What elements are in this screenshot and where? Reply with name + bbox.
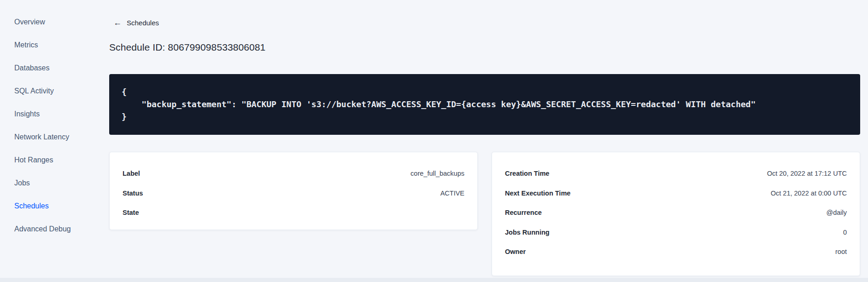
sidebar-item-label: Overview [14, 18, 45, 26]
sidebar-item-label: Metrics [14, 41, 38, 49]
row-label: Creation Time [505, 170, 549, 177]
sidebar-item-label: SQL Activity [14, 87, 54, 95]
schedule-timing-card: Creation Time Oct 20, 2022 at 17:12 UTC … [492, 152, 860, 276]
detail-cards-row: Label core_full_backups Status ACTIVE St… [109, 152, 860, 276]
sidebar-item-label: Schedules [14, 202, 49, 210]
row-value: @daily [826, 209, 847, 216]
row-value: root [835, 248, 847, 255]
sidebar-item-label: Jobs [14, 179, 30, 187]
arrow-left-icon: ← [113, 18, 122, 27]
code-line: } [122, 110, 848, 123]
back-link-label: Schedules [127, 19, 159, 27]
schedule-detail-page: ← Schedules Schedule ID: 806799098533806… [109, 0, 860, 282]
sidebar-item-label: Databases [14, 64, 50, 72]
row-label: Label [123, 170, 140, 177]
detail-row-status: Status ACTIVE [123, 184, 464, 203]
code-line: { [122, 86, 848, 98]
row-value: Oct 21, 2022 at 0:00 UTC [771, 190, 847, 197]
detail-row-state: State [123, 203, 464, 223]
sidebar-item-label: Network Latency [14, 133, 69, 141]
sidebar-item-sql-activity[interactable]: SQL Activity [0, 80, 104, 103]
detail-row-recurrence: Recurrence @daily [505, 203, 847, 223]
sidebar-item-label: Insights [14, 110, 40, 118]
sidebar-item-label: Advanced Debug [14, 225, 71, 233]
detail-row-creation-time: Creation Time Oct 20, 2022 at 17:12 UTC [505, 164, 847, 184]
row-label: Jobs Running [505, 229, 550, 236]
sidebar-item-advanced-debug[interactable]: Advanced Debug [0, 218, 104, 241]
code-line: "backup_statement": "BACKUP INTO 's3://b… [122, 98, 848, 110]
schedule-summary-card: Label core_full_backups Status ACTIVE St… [109, 152, 478, 230]
detail-row-owner: Owner root [505, 242, 847, 262]
sidebar-item-jobs[interactable]: Jobs [0, 172, 104, 195]
sidebar-item-databases[interactable]: Databases [0, 57, 104, 80]
row-label: State [123, 209, 139, 216]
detail-row-jobs-running: Jobs Running 0 [505, 223, 847, 242]
row-label: Owner [505, 248, 526, 255]
detail-row-next-execution-time: Next Execution Time Oct 21, 2022 at 0:00… [505, 184, 847, 203]
sidebar-item-hot-ranges[interactable]: Hot Ranges [0, 149, 104, 172]
sidebar-item-insights[interactable]: Insights [0, 103, 104, 126]
back-to-schedules-link[interactable]: ← Schedules [113, 18, 159, 27]
row-label: Recurrence [505, 209, 542, 216]
page-title: Schedule ID: 806799098533806081 [109, 42, 265, 53]
sidebar: Overview Metrics Databases SQL Activity … [0, 11, 104, 241]
sidebar-item-overview[interactable]: Overview [0, 11, 104, 34]
sidebar-item-label: Hot Ranges [14, 156, 53, 164]
row-label: Next Execution Time [505, 190, 570, 197]
row-value: ACTIVE [440, 190, 464, 197]
bottom-edge-strip [0, 278, 868, 282]
sidebar-item-metrics[interactable]: Metrics [0, 34, 104, 57]
row-label: Status [123, 190, 143, 197]
row-value: 0 [843, 229, 847, 236]
row-value: core_full_backups [411, 170, 464, 177]
detail-row-label: Label core_full_backups [123, 164, 464, 184]
row-value: Oct 20, 2022 at 17:12 UTC [767, 170, 847, 177]
sidebar-item-schedules[interactable]: Schedules [0, 195, 104, 218]
sidebar-item-network-latency[interactable]: Network Latency [0, 126, 104, 149]
backup-statement-code-block: { "backup_statement": "BACKUP INTO 's3:/… [109, 74, 860, 135]
